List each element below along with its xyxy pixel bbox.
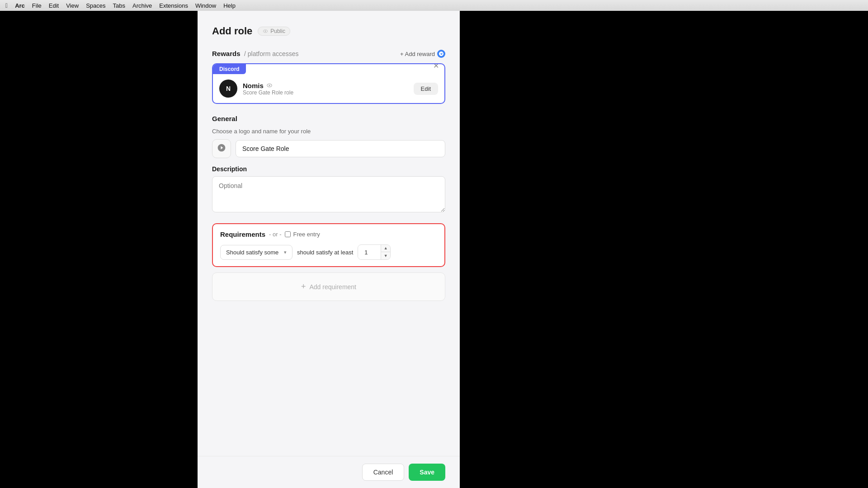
add-reward-button[interactable]: + Add reward — [400, 50, 445, 58]
logo-icon — [217, 143, 226, 155]
satisfy-dropdown-value: Should satisfy some — [226, 249, 278, 256]
menu-window[interactable]: Window — [195, 2, 216, 9]
general-section: General Choose a logo and name for your … — [212, 115, 445, 214]
logo-button[interactable] — [212, 139, 231, 158]
rewards-subtitle: / platform accesses — [244, 50, 299, 57]
menu-arc[interactable]: Arc — [15, 2, 25, 9]
svg-point-3 — [269, 84, 270, 86]
server-name: Nomis — [243, 82, 293, 89]
server-avatar: N — [219, 80, 237, 98]
description-textarea[interactable] — [212, 176, 445, 212]
apple-icon:  — [5, 2, 8, 9]
rewards-section: Rewards / platform accesses + Add reward… — [212, 50, 445, 104]
free-entry-check: Free entry — [285, 231, 320, 238]
menu-tabs[interactable]: Tabs — [113, 2, 125, 9]
eye-icon — [263, 28, 268, 34]
general-title: General — [212, 115, 237, 122]
satisfy-number-input[interactable] — [358, 245, 381, 259]
svg-point-1 — [265, 31, 266, 32]
discord-tab-header: Discord — [213, 64, 444, 74]
number-spinners: ▲ ▼ — [381, 245, 390, 259]
free-entry-checkbox[interactable] — [285, 231, 291, 237]
footer: Cancel Save — [198, 456, 460, 488]
rewards-title: Rewards — [212, 50, 241, 57]
discord-card-inner: ✕ N Nomis — [213, 74, 444, 103]
panel: Add role Public Rewards / platform acces… — [198, 11, 460, 488]
panel-content: Add role Public Rewards / platform acces… — [198, 11, 460, 456]
page-header: Add role Public — [212, 25, 445, 37]
add-reward-label: + Add reward — [400, 51, 435, 57]
free-entry-label: Free entry — [293, 231, 320, 238]
public-badge-label: Public — [270, 28, 285, 34]
menu-spaces[interactable]: Spaces — [86, 2, 105, 9]
rewards-section-header: Rewards / platform accesses + Add reward — [212, 50, 445, 58]
spinner-down-button[interactable]: ▼ — [381, 252, 390, 259]
menu-bar:  Arc File Edit View Spaces Tabs Archive… — [0, 0, 868, 11]
save-button[interactable]: Save — [409, 464, 445, 481]
server-role: Score Gate Role role — [243, 89, 293, 96]
general-section-header: General — [212, 115, 445, 122]
menu-edit[interactable]: Edit — [49, 2, 59, 9]
requirements-or: - or - — [269, 231, 281, 238]
server-details: Nomis Score Gate Role role — [243, 82, 293, 96]
menu-help[interactable]: Help — [223, 2, 236, 9]
requirements-row: Should satisfy some ▾ should satisfy at … — [220, 244, 437, 260]
menu-archive[interactable]: Archive — [132, 2, 152, 9]
satisfy-number-wrapper: ▲ ▼ — [358, 244, 391, 260]
cancel-button[interactable]: Cancel — [362, 464, 405, 481]
server-eye-icon — [266, 82, 273, 89]
edit-button[interactable]: Edit — [414, 83, 438, 95]
role-name-input[interactable] — [236, 140, 445, 157]
description-label: Description — [212, 165, 445, 173]
satisfy-dropdown[interactable]: Should satisfy some ▾ — [220, 245, 292, 260]
discord-tab-label: Discord — [213, 64, 246, 74]
requirements-title: Requirements — [220, 230, 265, 238]
add-requirement-button[interactable]: + Add requirement — [212, 272, 445, 301]
public-badge: Public — [258, 27, 290, 36]
chevron-down-icon: ▾ — [284, 249, 287, 255]
requirements-header: Requirements - or - Free entry — [220, 230, 437, 238]
discord-card: Discord ✕ N Nomis — [212, 63, 445, 104]
satisfy-text: should satisfy at least — [297, 249, 353, 256]
requirements-section: Requirements - or - Free entry Should sa… — [212, 223, 445, 267]
rewards-title-group: Rewards / platform accesses — [212, 50, 299, 58]
menu-view[interactable]: View — [66, 2, 79, 9]
discord-card-close-button[interactable]: ✕ — [433, 63, 439, 70]
general-description-label: Choose a logo and name for your role — [212, 128, 445, 135]
reward-telegram-icon — [437, 50, 445, 58]
menu-file[interactable]: File — [32, 2, 42, 9]
spinner-up-button[interactable]: ▲ — [381, 245, 390, 252]
add-requirement-label: Add requirement — [310, 283, 357, 291]
add-requirement-plus-icon: + — [301, 282, 306, 291]
page-title: Add role — [212, 25, 252, 37]
logo-name-row — [212, 139, 445, 158]
menu-extensions[interactable]: Extensions — [159, 2, 188, 9]
discord-server-info: N Nomis Score Gate Role role — [219, 80, 293, 98]
